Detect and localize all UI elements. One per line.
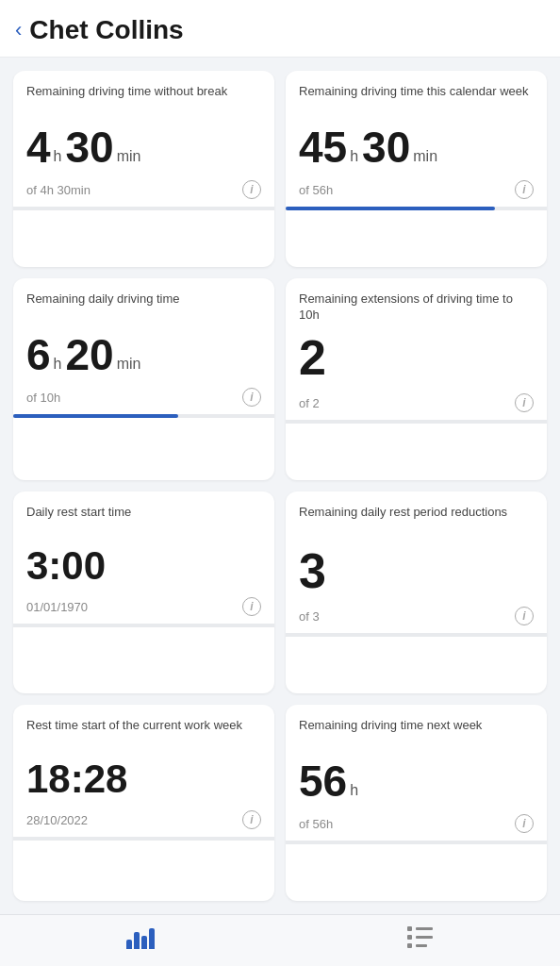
- card-remaining-driving-week-secondary-unit: min: [413, 148, 437, 169]
- card-remaining-daily-rest-reductions-bottom-row: of 3i: [299, 601, 534, 633]
- card-remaining-driving-next-week-main-number: 56: [299, 759, 347, 803]
- card-remaining-extensions-label: Remaining extensions of driving time to …: [299, 291, 534, 324]
- list-line-3: [407, 943, 433, 948]
- card-remaining-driving-no-break-label: Remaining driving time without break: [26, 84, 261, 116]
- card-remaining-daily-rest-reductions: Remaining daily rest period reductions3o…: [286, 491, 547, 693]
- tab-bar: [0, 914, 560, 966]
- card-remaining-driving-no-break-main-number: 4: [26, 125, 51, 169]
- card-remaining-driving-next-week-bottom-row: of 56hi: [299, 808, 534, 841]
- card-remaining-driving-week: Remaining driving time this calendar wee…: [286, 71, 547, 267]
- header: ‹ Chet Collins: [0, 0, 560, 58]
- card-rest-time-start-work-week-value-row: 18:28: [26, 759, 261, 799]
- card-daily-rest-start-label: Daily rest start time: [26, 505, 261, 537]
- bar4: [149, 928, 155, 949]
- card-remaining-daily-driving-info-icon[interactable]: i: [242, 388, 261, 407]
- card-remaining-daily-driving-main-number: 6: [26, 333, 51, 376]
- card-remaining-extensions-info-icon[interactable]: i: [515, 393, 534, 412]
- card-remaining-daily-rest-reductions-main-number: 3: [299, 546, 326, 595]
- card-rest-time-start-work-week: Rest time start of the current work week…: [13, 705, 274, 901]
- tab-list[interactable]: [280, 924, 560, 949]
- card-remaining-extensions-value-row: 2: [299, 333, 534, 382]
- card-remaining-daily-rest-reductions-divider: [286, 633, 547, 637]
- bar1: [126, 940, 132, 949]
- card-remaining-daily-driving-label: Remaining daily driving time: [26, 291, 261, 324]
- card-daily-rest-start-info-icon[interactable]: i: [242, 597, 261, 616]
- card-remaining-driving-week-sub-text: of 56h: [299, 183, 333, 197]
- card-remaining-extensions-sub-text: of 2: [299, 396, 320, 410]
- card-daily-rest-start-value-row: 3:00: [26, 546, 261, 586]
- card-remaining-daily-driving-sub-text: of 10h: [26, 391, 60, 405]
- list-line-2: [407, 935, 433, 940]
- card-rest-time-start-work-week-time: 18:28: [26, 759, 127, 799]
- card-remaining-extensions: Remaining extensions of driving time to …: [286, 278, 547, 480]
- card-remaining-driving-next-week-divider: [286, 841, 547, 844]
- card-rest-time-start-work-week-sub-text: 28/10/2022: [26, 813, 88, 827]
- card-remaining-driving-next-week: Remaining driving time next week56hof 56…: [286, 705, 547, 901]
- card-rest-time-start-work-week-info-icon[interactable]: i: [242, 810, 261, 829]
- cards-grid: Remaining driving time without break4h30…: [0, 58, 560, 901]
- back-button[interactable]: ‹: [15, 20, 22, 41]
- card-remaining-extensions-bottom-row: of 2i: [299, 388, 534, 420]
- card-remaining-driving-no-break-sub-text: of 4h 30min: [26, 183, 91, 197]
- card-remaining-driving-no-break-secondary-unit: min: [117, 148, 141, 169]
- list-icon: [407, 924, 433, 949]
- card-daily-rest-start-sub-text: 01/01/1970: [26, 600, 88, 614]
- card-remaining-driving-week-main-number: 45: [299, 125, 347, 169]
- card-remaining-driving-no-break: Remaining driving time without break4h30…: [13, 71, 274, 267]
- card-remaining-driving-next-week-label: Remaining driving time next week: [299, 718, 534, 750]
- card-remaining-daily-driving-progress-bar: [13, 414, 274, 418]
- card-remaining-driving-next-week-sub-text: of 56h: [299, 817, 333, 831]
- card-remaining-daily-rest-reductions-label: Remaining daily rest period reductions: [299, 505, 534, 537]
- list-line-1: [407, 926, 433, 931]
- card-remaining-driving-week-value-row: 45h30min: [299, 125, 534, 169]
- card-remaining-daily-rest-reductions-info-icon[interactable]: i: [515, 607, 534, 625]
- card-remaining-daily-driving-progress-fill: [13, 414, 178, 418]
- card-remaining-daily-driving: Remaining daily driving time6h20minof 10…: [13, 278, 274, 480]
- list-dot-2: [407, 935, 412, 940]
- bar2: [134, 932, 140, 949]
- card-remaining-driving-next-week-unit-h: h: [350, 782, 358, 803]
- card-remaining-driving-week-unit-h: h: [350, 148, 358, 169]
- list-dash-2: [416, 936, 433, 939]
- page-title: Chet Collins: [29, 15, 183, 45]
- card-remaining-extensions-divider: [286, 420, 547, 424]
- card-remaining-driving-week-secondary-number: 30: [362, 125, 410, 169]
- card-remaining-driving-week-label: Remaining driving time this calendar wee…: [299, 84, 534, 116]
- card-rest-time-start-work-week-divider: [13, 837, 274, 841]
- card-remaining-daily-rest-reductions-value-row: 3: [299, 546, 534, 595]
- card-remaining-daily-driving-value-row: 6h20min: [26, 333, 261, 376]
- card-remaining-driving-no-break-value-row: 4h30min: [26, 125, 261, 169]
- card-remaining-driving-week-progress-bar: [286, 207, 547, 210]
- card-remaining-driving-no-break-info-icon[interactable]: i: [242, 180, 261, 199]
- card-remaining-driving-next-week-value-row: 56h: [299, 759, 534, 803]
- card-daily-rest-start-time: 3:00: [26, 546, 106, 586]
- card-remaining-driving-no-break-bottom-row: of 4h 30mini: [26, 175, 261, 207]
- tab-chart[interactable]: [0, 924, 280, 949]
- card-remaining-driving-no-break-divider: [13, 207, 274, 210]
- card-remaining-daily-driving-bottom-row: of 10hi: [26, 382, 261, 414]
- card-daily-rest-start-bottom-row: 01/01/1970i: [26, 591, 261, 624]
- card-remaining-extensions-main-number: 2: [299, 333, 326, 382]
- card-remaining-driving-no-break-secondary-number: 30: [66, 125, 114, 169]
- card-remaining-daily-driving-unit-h: h: [54, 356, 62, 376]
- card-remaining-daily-rest-reductions-sub-text: of 3: [299, 609, 320, 624]
- card-rest-time-start-work-week-bottom-row: 28/10/2022i: [26, 805, 261, 837]
- card-daily-rest-start: Daily rest start time3:0001/01/1970i: [13, 491, 274, 693]
- list-dot-3: [407, 943, 412, 948]
- card-remaining-daily-driving-secondary-unit: min: [117, 356, 141, 376]
- bar3: [141, 936, 147, 949]
- card-rest-time-start-work-week-label: Rest time start of the current work week: [26, 718, 261, 750]
- card-remaining-driving-week-progress-fill: [286, 207, 495, 210]
- card-remaining-daily-driving-secondary-number: 20: [66, 333, 114, 376]
- list-dot-1: [407, 926, 412, 931]
- card-remaining-driving-week-info-icon[interactable]: i: [515, 180, 534, 199]
- card-remaining-driving-no-break-unit-h: h: [54, 148, 62, 169]
- card-remaining-driving-week-bottom-row: of 56hi: [299, 175, 534, 207]
- list-dash-1: [416, 927, 433, 930]
- list-dash-3: [416, 944, 427, 947]
- card-daily-rest-start-divider: [13, 624, 274, 627]
- chart-icon: [126, 924, 155, 949]
- card-remaining-driving-next-week-info-icon[interactable]: i: [515, 814, 534, 833]
